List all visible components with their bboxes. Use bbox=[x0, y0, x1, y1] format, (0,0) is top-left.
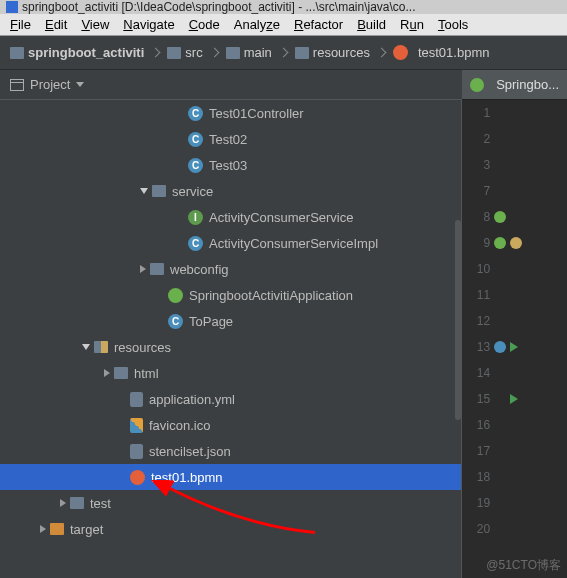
gutter-line[interactable]: 12 bbox=[462, 308, 567, 334]
menu-analyze[interactable]: Analyze bbox=[228, 15, 286, 34]
gutter-spring-icon[interactable] bbox=[494, 211, 506, 223]
expand-arrow-icon[interactable] bbox=[140, 188, 148, 194]
folder-icon bbox=[114, 367, 128, 379]
gutter-line[interactable]: 1 bbox=[462, 100, 567, 126]
tree-item-interface[interactable]: IActivityConsumerService bbox=[0, 204, 461, 230]
tree-label: Test02 bbox=[209, 132, 247, 147]
gutter-line[interactable]: 15 bbox=[462, 386, 567, 412]
tool-window-icon[interactable] bbox=[10, 79, 24, 91]
chevron-icon bbox=[278, 48, 288, 58]
run-icon[interactable] bbox=[510, 394, 518, 404]
menu-refactor[interactable]: Refactor bbox=[288, 15, 349, 34]
crumb-src[interactable]: src bbox=[163, 43, 206, 62]
crumb-project[interactable]: springboot_activiti bbox=[6, 43, 148, 62]
spring-boot-icon bbox=[168, 288, 183, 303]
navigation-bar: springboot_activiti src main resources t… bbox=[0, 36, 567, 70]
project-view-selector[interactable]: Project bbox=[30, 77, 84, 92]
gutter-line[interactable]: 2 bbox=[462, 126, 567, 152]
crumb-label: main bbox=[244, 45, 272, 60]
expand-arrow-icon[interactable] bbox=[104, 369, 110, 377]
tree-item-class[interactable]: CTest01Controller bbox=[0, 100, 461, 126]
tree-item-yml[interactable]: application.yml bbox=[0, 386, 461, 412]
gutter-line[interactable]: 20 bbox=[462, 516, 567, 542]
ico-file-icon bbox=[130, 418, 143, 433]
gutter-line[interactable]: 7 bbox=[462, 178, 567, 204]
expand-arrow-icon[interactable] bbox=[82, 344, 90, 350]
tree-label: Test03 bbox=[209, 158, 247, 173]
menu-navigate[interactable]: Navigate bbox=[117, 15, 180, 34]
bpmn-file-icon bbox=[393, 45, 408, 60]
main-area: CTest01Controller CTest02 CTest03 servic… bbox=[0, 100, 567, 578]
tree-item-ico[interactable]: favicon.ico bbox=[0, 412, 461, 438]
crumb-project-label: springboot_activiti bbox=[28, 45, 144, 60]
tree-item-target[interactable]: target bbox=[0, 516, 461, 542]
tree-item-folder[interactable]: test bbox=[0, 490, 461, 516]
editor-tab[interactable]: Springbo... bbox=[462, 70, 567, 100]
gutter-line[interactable]: 17 bbox=[462, 438, 567, 464]
package-icon bbox=[150, 263, 164, 275]
scrollbar[interactable] bbox=[455, 220, 461, 420]
menu-build[interactable]: Build bbox=[351, 15, 392, 34]
json-file-icon bbox=[130, 444, 143, 459]
tree-item-resources[interactable]: resources bbox=[0, 334, 461, 360]
chevron-icon bbox=[376, 48, 386, 58]
gutter-line[interactable]: 11 bbox=[462, 282, 567, 308]
menu-tools[interactable]: Tools bbox=[432, 15, 474, 34]
project-icon bbox=[10, 47, 24, 59]
gutter-class-icon[interactable] bbox=[494, 341, 506, 353]
tree-item-folder[interactable]: html bbox=[0, 360, 461, 386]
menu-run[interactable]: Run bbox=[394, 15, 430, 34]
tree-item-json[interactable]: stencilset.json bbox=[0, 438, 461, 464]
tree-label: target bbox=[70, 522, 103, 537]
tree-label: ActivityConsumerServiceImpl bbox=[209, 236, 378, 251]
folder-icon bbox=[226, 47, 240, 59]
window-title: springboot_activiti [D:\IdeaCode\springb… bbox=[22, 0, 416, 14]
tree-item-springapp[interactable]: SpringbootActivitiApplication bbox=[0, 282, 461, 308]
gutter-line[interactable]: 13 bbox=[462, 334, 567, 360]
crumb-resources[interactable]: resources bbox=[291, 43, 374, 62]
tree-label: stencilset.json bbox=[149, 444, 231, 459]
gutter-line[interactable]: 14 bbox=[462, 360, 567, 386]
run-icon[interactable] bbox=[510, 342, 518, 352]
menu-view[interactable]: View bbox=[75, 15, 115, 34]
tree-item-package[interactable]: webconfig bbox=[0, 256, 461, 282]
tree-item-class[interactable]: CToPage bbox=[0, 308, 461, 334]
tree-label: test bbox=[90, 496, 111, 511]
tree-item-class[interactable]: CActivityConsumerServiceImpl bbox=[0, 230, 461, 256]
gutter-line[interactable]: 16 bbox=[462, 412, 567, 438]
menu-edit[interactable]: Edit bbox=[39, 15, 73, 34]
interface-icon: I bbox=[188, 210, 203, 225]
gutter-bean-icon[interactable] bbox=[510, 237, 522, 249]
editor-tab-label: Springbo... bbox=[496, 77, 559, 92]
menu-code[interactable]: Code bbox=[183, 15, 226, 34]
project-tree[interactable]: CTest01Controller CTest02 CTest03 servic… bbox=[0, 100, 461, 578]
gutter-line[interactable]: 19 bbox=[462, 490, 567, 516]
menu-file[interactable]: File bbox=[4, 15, 37, 34]
class-icon: C bbox=[188, 236, 203, 251]
window-titlebar: springboot_activiti [D:\IdeaCode\springb… bbox=[0, 0, 567, 14]
tree-item-class[interactable]: CTest02 bbox=[0, 126, 461, 152]
gutter-line[interactable]: 8 bbox=[462, 204, 567, 230]
expand-arrow-icon[interactable] bbox=[40, 525, 46, 533]
tree-label: test01.bpmn bbox=[151, 470, 223, 485]
expand-arrow-icon[interactable] bbox=[60, 499, 66, 507]
bpmn-file-icon bbox=[130, 470, 145, 485]
gutter-line[interactable]: 3 bbox=[462, 152, 567, 178]
gutter-spring-icon[interactable] bbox=[494, 237, 506, 249]
expand-arrow-icon[interactable] bbox=[140, 265, 146, 273]
spring-icon bbox=[470, 78, 484, 92]
tree-item-bpmn-selected[interactable]: test01.bpmn bbox=[0, 464, 461, 490]
tree-item-package[interactable]: service bbox=[0, 178, 461, 204]
tree-item-class[interactable]: CTest03 bbox=[0, 152, 461, 178]
gutter-line[interactable]: 10 bbox=[462, 256, 567, 282]
crumb-file[interactable]: test01.bpmn bbox=[389, 43, 494, 62]
app-icon bbox=[6, 1, 18, 13]
crumb-main[interactable]: main bbox=[222, 43, 276, 62]
chevron-icon bbox=[209, 48, 219, 58]
gutter-line[interactable]: 9 bbox=[462, 230, 567, 256]
gutter-line[interactable]: 18 bbox=[462, 464, 567, 490]
package-icon bbox=[152, 185, 166, 197]
target-folder-icon bbox=[50, 523, 64, 535]
chevron-icon bbox=[151, 48, 161, 58]
folder-icon bbox=[295, 47, 309, 59]
